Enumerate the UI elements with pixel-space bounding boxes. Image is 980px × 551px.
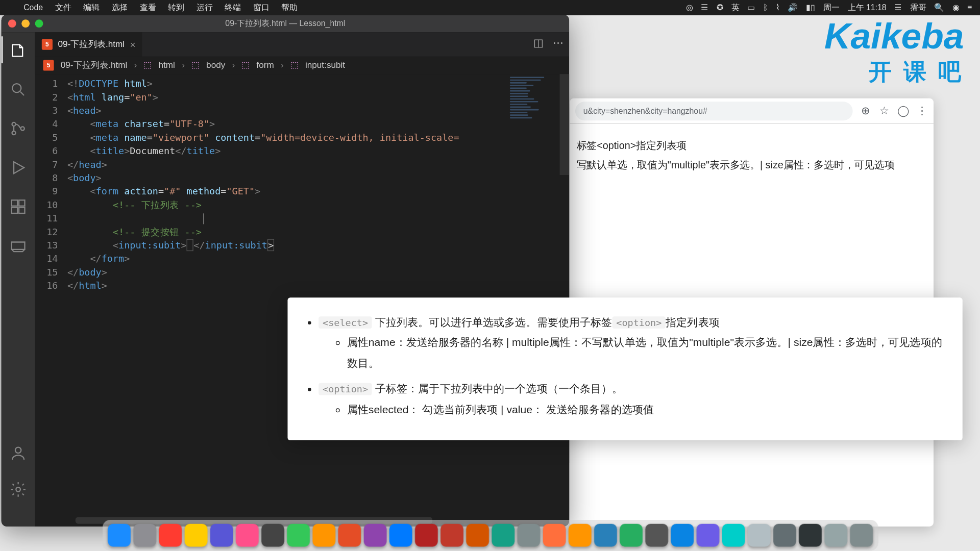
dock-app[interactable] [619, 524, 642, 547]
menu-help[interactable]: 帮助 [281, 2, 298, 13]
dock-app[interactable] [492, 524, 514, 547]
dock-app[interactable] [671, 524, 694, 547]
dock-app[interactable] [184, 524, 207, 547]
dock-app[interactable] [747, 524, 770, 547]
dock-app[interactable] [798, 524, 821, 547]
clock-day[interactable]: 周一 [823, 2, 840, 13]
dock-app[interactable] [338, 524, 361, 547]
chrome-menu-icon[interactable]: ⋮ [916, 105, 928, 117]
dock-app[interactable] [414, 524, 437, 547]
breadcrumb[interactable]: 5 09-下拉列表.html › ⬚html › ⬚body › ⬚form ›… [35, 57, 569, 74]
dock-app[interactable] [363, 524, 386, 547]
more-actions-icon[interactable]: ⋯ [553, 36, 564, 49]
doc-bullet: <option> 子标签：属于下拉列表中的一个选项（一个条目）。 属性selec… [318, 379, 945, 420]
tab-close-icon[interactable]: × [130, 39, 136, 50]
address-bar[interactable]: u&city=shenzhen&city=hangzhou# [575, 102, 853, 120]
dock-app[interactable] [722, 524, 745, 547]
dock-app[interactable] [850, 524, 873, 547]
svg-point-8 [15, 447, 21, 453]
volume-icon[interactable]: 🔊 [788, 3, 798, 12]
source-control-icon[interactable] [9, 120, 27, 140]
dock-app[interactable] [466, 524, 489, 547]
dock-app[interactable] [159, 524, 182, 547]
accounts-icon[interactable] [9, 444, 27, 465]
ime-indicator[interactable]: 英 [731, 2, 740, 13]
dock-app[interactable] [773, 524, 796, 547]
tab-label: 09-下拉列表.html [58, 38, 125, 51]
crumb-body[interactable]: body [206, 60, 225, 70]
dock-app[interactable] [440, 524, 463, 547]
minimap[interactable] [506, 74, 569, 505]
svg-rect-7 [19, 208, 24, 213]
crumb-file[interactable]: 09-下拉列表.html [61, 59, 128, 71]
crumb-html[interactable]: html [159, 60, 175, 70]
dock-app[interactable] [133, 524, 156, 547]
menu-window[interactable]: 窗口 [253, 2, 270, 13]
tab-bar: 5 09-下拉列表.html × ◫ ⋯ [35, 32, 569, 57]
dock-app[interactable] [210, 524, 233, 547]
zoom-icon[interactable]: ⊕ [860, 105, 872, 117]
dock-app[interactable] [107, 524, 130, 547]
code-tag: <select> [318, 316, 372, 329]
menubar-app[interactable]: Code [23, 3, 43, 12]
html-file-icon: 5 [43, 60, 54, 70]
settings-icon[interactable] [9, 481, 27, 501]
display-icon[interactable]: ▭ [747, 3, 755, 12]
menu-selection[interactable]: 选择 [112, 2, 128, 13]
editor-tab[interactable]: 5 09-下拉列表.html × [35, 32, 142, 57]
logo-top: Kaikeba [824, 15, 964, 57]
user-name[interactable]: 霈哥 [910, 2, 926, 13]
remote-icon[interactable] [9, 237, 27, 257]
split-editor-icon[interactable]: ◫ [533, 36, 544, 49]
svg-point-0 [12, 84, 21, 92]
dock-app[interactable] [645, 524, 668, 547]
vscode-titlebar[interactable]: 09-下拉列表.html — Lesson_html [2, 15, 569, 32]
status-icon[interactable]: ☰ [894, 3, 902, 12]
svg-point-3 [21, 127, 24, 130]
dock-app[interactable] [312, 524, 335, 547]
page-text: 标签<option>指定列表项 [577, 136, 927, 156]
crumb-form[interactable]: form [256, 60, 274, 70]
reference-popup: <select> 下拉列表。可以进行单选或多选。需要使用子标签<option>指… [287, 297, 962, 440]
html-file-icon: 5 [42, 39, 53, 50]
window-title: 09-下拉列表.html — Lesson_html [2, 18, 569, 29]
dock-app[interactable] [389, 524, 412, 547]
wifi-icon[interactable]: ⌇ [776, 3, 780, 12]
battery-icon[interactable]: ▮▯ [806, 3, 815, 12]
menu-terminal[interactable]: 终端 [225, 2, 241, 13]
dock-app[interactable] [235, 524, 258, 547]
run-debug-icon[interactable] [9, 159, 27, 179]
logo-bottom: 开 课 吧 [869, 57, 964, 88]
control-center-icon[interactable]: ≡ [967, 3, 972, 12]
dock-app[interactable] [517, 524, 540, 547]
doc-sub: 属性name：发送给服务器的名称 | multiple属性：不写默认单选，取值为… [347, 333, 945, 373]
siri-icon[interactable]: ◉ [952, 3, 959, 12]
code-tag: <option> [318, 383, 372, 395]
menubar-right: ◎ ☰ ✪ 英 ▭ ᛒ ⌇ 🔊 ▮▯ 周一 上午 11:18 ☰ 霈哥 🔍 ◉ … [682, 0, 976, 15]
status-icon[interactable]: ☰ [701, 3, 708, 12]
dock-app[interactable] [543, 524, 566, 547]
menu-edit[interactable]: 编辑 [83, 2, 100, 13]
status-icon[interactable]: ◎ [686, 3, 693, 12]
dock [102, 520, 878, 551]
menu-view[interactable]: 查看 [140, 2, 156, 13]
dock-app[interactable] [261, 524, 284, 547]
menu-run[interactable]: 运行 [197, 2, 213, 13]
bluetooth-icon[interactable]: ᛒ [763, 3, 768, 12]
dock-app[interactable] [594, 524, 617, 547]
status-icon[interactable]: ✪ [717, 3, 723, 12]
clock-time[interactable]: 上午 11:18 [848, 2, 887, 13]
dock-app[interactable] [568, 524, 591, 547]
explorer-icon[interactable] [9, 42, 27, 62]
extensions-icon[interactable] [9, 198, 27, 218]
spotlight-icon[interactable]: 🔍 [934, 3, 944, 12]
menu-file[interactable]: 文件 [55, 2, 71, 13]
bookmark-icon[interactable]: ☆ [878, 105, 891, 117]
profile-icon[interactable]: ◯ [897, 105, 910, 117]
menu-go[interactable]: 转到 [168, 2, 184, 13]
crumb-input[interactable]: input:subit [305, 60, 345, 70]
dock-app[interactable] [696, 524, 719, 547]
dock-app[interactable] [824, 524, 847, 547]
search-icon[interactable] [9, 81, 27, 101]
dock-app[interactable] [286, 524, 309, 547]
